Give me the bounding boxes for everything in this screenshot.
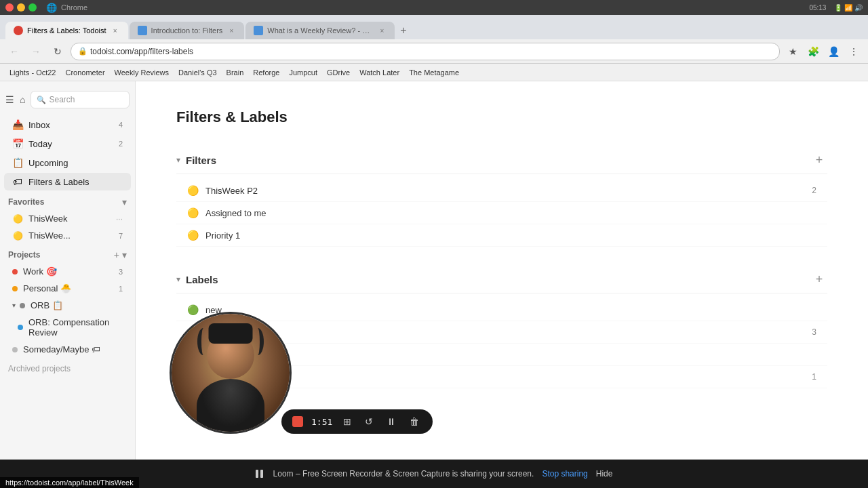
someday-label: Someday/Maybe 🏷 xyxy=(23,344,123,354)
bookmark-metagame[interactable]: The Metagame xyxy=(405,67,463,78)
bookmark-lights[interactable]: Lights - Oct22 xyxy=(5,67,60,78)
favorites-section-header[interactable]: Favorites ▾ xyxy=(0,191,135,210)
archived-projects[interactable]: Archived projects xyxy=(0,358,135,379)
thisweek-fav2-label: ThisWee... xyxy=(28,230,113,241)
orb-comp-dot xyxy=(18,325,23,330)
label-new-name: new xyxy=(205,305,816,315)
thisweek-fav-more[interactable]: ··· xyxy=(116,214,123,224)
nav-bar: ← → ↻ 🔒 todoist.com/app/filters-labels ★… xyxy=(0,39,868,64)
stop-recording-button[interactable] xyxy=(292,416,303,427)
stop-sharing-link[interactable]: Stop sharing xyxy=(542,469,587,479)
chrome-icon: 🌐 xyxy=(46,3,57,13)
video-feed xyxy=(172,314,290,432)
url-text: todoist.com/app/filters-labels xyxy=(90,47,193,56)
personal-label: Personal 🐣 xyxy=(23,283,113,293)
sidebar-item-thisweek-fav2[interactable]: 🟡 ThisWee... 7 ThisWeek xyxy=(4,228,131,243)
archived-label: Archived projects xyxy=(8,364,71,373)
page-title: Filters & Labels xyxy=(176,108,827,126)
filter-assigned-icon: 🟡 xyxy=(187,207,199,218)
search-bar[interactable]: 🔍 Search xyxy=(31,91,130,108)
sidebar-item-today[interactable]: 📅 Today 2 xyxy=(4,135,131,152)
tab-1-close[interactable]: × xyxy=(111,26,120,35)
new-tab-button[interactable]: + xyxy=(396,22,410,39)
rewind-button[interactable]: ↺ xyxy=(362,415,376,428)
hide-banner-button[interactable]: Hide xyxy=(596,469,613,479)
tab-1[interactable]: Filters & Labels: Todoist × xyxy=(5,22,128,39)
sidebar-item-orb[interactable]: ▾ ORB 📋 xyxy=(4,298,131,313)
upcoming-label: Upcoming xyxy=(28,158,123,168)
browser-name: Chrome xyxy=(61,3,87,12)
sidebar: ☰ ⌂ 🔍 Search 📥 Inbox 4 📅 Today 2 📋 Upcom… xyxy=(0,81,136,488)
projects-section-header[interactable]: Projects + ▾ xyxy=(0,244,135,263)
minimize-button[interactable] xyxy=(17,3,25,12)
menu-button[interactable]: ⋮ xyxy=(845,43,863,60)
bookmark-cronometer[interactable]: Cronometer xyxy=(61,67,108,78)
favorites-collapse[interactable]: ▾ xyxy=(122,197,127,207)
favorites-title: Favorites xyxy=(8,197,122,207)
labels-chevron-icon: ▾ xyxy=(176,274,180,284)
label-thisweek-name: ThisWeek xyxy=(205,327,812,338)
grid-view-button[interactable]: ⊞ xyxy=(340,415,354,428)
address-bar[interactable]: 🔒 todoist.com/app/filters-labels xyxy=(71,43,780,60)
tab-1-title: Filters & Labels: Todoist xyxy=(27,26,106,35)
sidebar-item-inbox[interactable]: 📥 Inbox 4 xyxy=(4,116,131,134)
sidebar-item-personal[interactable]: Personal 🐣 1 xyxy=(4,281,131,296)
orb-comp-label: ORB: Compensation Review xyxy=(28,317,123,338)
bookmark-reforge[interactable]: Reforge xyxy=(249,67,283,78)
filter-priority1[interactable]: 🟡 Priority 1 xyxy=(176,224,827,247)
sidebar-item-someday[interactable]: Someday/Maybe 🏷 xyxy=(4,342,131,357)
thisweek-fav2-icon: 🟡 xyxy=(12,231,23,241)
sidebar-item-upcoming[interactable]: 📋 Upcoming xyxy=(4,154,131,171)
forward-button[interactable]: → xyxy=(27,43,45,60)
refresh-button[interactable]: ↻ xyxy=(49,43,66,60)
projects-collapse[interactable]: ▾ xyxy=(122,249,127,260)
personal-count: 1 xyxy=(119,285,123,293)
work-label: Work 🎯 xyxy=(23,266,113,277)
labels-section-header[interactable]: ▾ Labels + xyxy=(176,266,827,293)
tab-2-close[interactable]: × xyxy=(226,26,236,35)
bookmark-brain[interactable]: Brain xyxy=(222,67,248,78)
bookmark-jumpcut[interactable]: Jumpcut xyxy=(285,67,321,78)
sidebar-item-work[interactable]: Work 🎯 3 xyxy=(4,264,131,279)
label-thisweek-count: 3 xyxy=(812,327,816,337)
filter-thisweek-p2[interactable]: 🟡 ThisWeek P2 2 xyxy=(176,180,827,202)
label-high-name: high xyxy=(205,372,812,382)
tab-3[interactable]: What is a Weekly Review? - C... × xyxy=(245,22,395,39)
add-filter-button[interactable]: + xyxy=(811,152,827,168)
personal-dot xyxy=(12,286,18,291)
add-label-button[interactable]: + xyxy=(811,271,827,287)
maximize-button[interactable] xyxy=(28,3,37,12)
filters-section: ▾ Filters + 🟡 ThisWeek P2 2 🟡 Assigned t… xyxy=(176,146,827,247)
close-button[interactable] xyxy=(5,3,14,12)
bookmark-watch-later[interactable]: Watch Later xyxy=(355,67,403,78)
today-icon: 📅 xyxy=(12,138,23,149)
hamburger-button[interactable]: ☰ xyxy=(5,94,14,105)
tab-3-close[interactable]: × xyxy=(377,26,387,35)
filter-thisweek-count: 2 xyxy=(812,186,816,195)
sidebar-item-filters-labels[interactable]: 🏷 Filters & Labels xyxy=(4,173,131,190)
back-button[interactable]: ← xyxy=(5,43,23,60)
pause-button[interactable]: ⏸ xyxy=(384,415,399,428)
work-dot xyxy=(12,269,18,274)
tab-2[interactable]: Introduction to: Filters × xyxy=(130,22,245,39)
filters-chevron-icon: ▾ xyxy=(176,155,180,165)
extensions-button[interactable]: 🧩 xyxy=(804,43,822,60)
profile-button[interactable]: 👤 xyxy=(825,43,842,60)
sidebar-item-thisweek-fav[interactable]: 🟡 ThisWeek ··· xyxy=(4,211,131,226)
today-count: 2 xyxy=(119,140,123,148)
filter-assigned-to-me[interactable]: 🟡 Assigned to me xyxy=(176,202,827,224)
filters-label: Filters & Labels xyxy=(28,177,123,187)
filters-section-header[interactable]: ▾ Filters + xyxy=(176,146,827,174)
bookmark-daniels-q3[interactable]: Daniel's Q3 xyxy=(174,67,221,78)
bookmark-weekly-reviews[interactable]: Weekly Reviews xyxy=(111,67,174,78)
bookmark-gdrive[interactable]: GDrive xyxy=(323,67,354,78)
home-button[interactable]: ⌂ xyxy=(20,94,25,105)
bookmark-star[interactable]: ★ xyxy=(784,43,802,60)
delete-recording-button[interactable]: 🗑 xyxy=(407,415,422,428)
add-project-button[interactable]: + xyxy=(114,249,119,260)
sidebar-item-orb-comp[interactable]: ORB: Compensation Review xyxy=(4,314,131,340)
status-url: https://todoist.com/app/label/ThisWeek xyxy=(0,477,139,488)
filters-section-title: Filters xyxy=(186,155,811,166)
filter-priority-name: Priority 1 xyxy=(205,230,816,241)
search-placeholder: Search xyxy=(49,95,75,104)
